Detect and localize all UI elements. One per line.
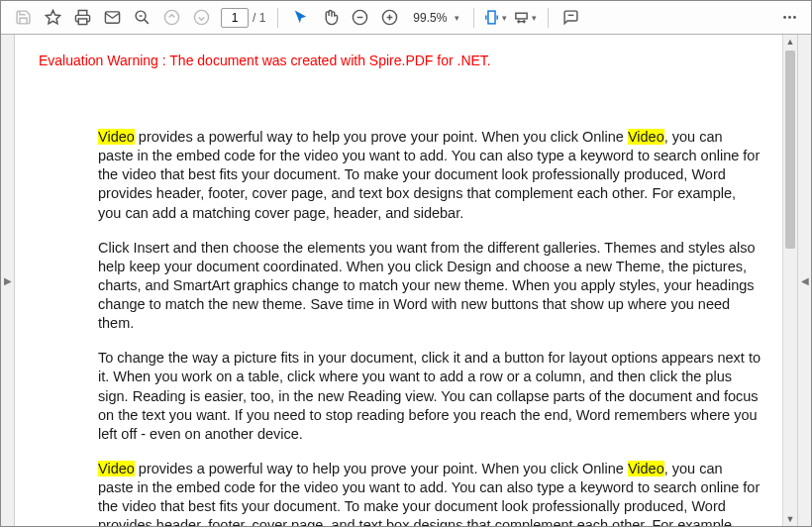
evaluation-warning: Evaluation Warning : The document was cr…: [39, 53, 783, 68]
paragraph: Video provides a powerful way to help yo…: [39, 128, 783, 223]
print-icon: [74, 9, 91, 26]
document-page: Evaluation Warning : The document was cr…: [15, 35, 797, 526]
comment-icon: [562, 9, 579, 26]
page-control: / 1: [221, 8, 265, 28]
highlight: Video: [98, 461, 135, 476]
mail-icon: [104, 9, 121, 26]
paragraph: Click Insert and then choose the element…: [39, 239, 783, 334]
page-total: / 1: [253, 11, 265, 25]
paragraph: To change the way a picture fits in your…: [39, 349, 783, 444]
separator: [548, 8, 549, 28]
svg-point-19: [783, 16, 786, 19]
comment-button[interactable]: [557, 4, 584, 32]
left-panel-toggle[interactable]: ▶: [1, 35, 15, 526]
star-icon: [45, 9, 61, 26]
svg-marker-0: [46, 10, 59, 23]
chevron-down-icon: ▾: [500, 13, 509, 23]
chevron-left-icon: ◀: [801, 275, 809, 286]
next-page-button[interactable]: [187, 4, 215, 32]
prev-page-button[interactable]: [157, 4, 185, 32]
select-tool-button[interactable]: [286, 4, 314, 32]
zoom-in-button[interactable]: [375, 4, 403, 32]
highlight: Video: [628, 129, 664, 145]
svg-rect-1: [78, 19, 87, 25]
highlight: Video: [628, 461, 664, 476]
svg-point-21: [793, 16, 796, 19]
svg-line-5: [144, 20, 148, 24]
paragraph: Video provides a powerful way to help yo…: [39, 460, 783, 526]
scroll-thumb[interactable]: [785, 51, 795, 249]
main-area: ▶ Evaluation Warning : The document was …: [1, 35, 811, 526]
next-page-icon: [193, 9, 210, 26]
svg-rect-16: [516, 13, 527, 19]
more-button[interactable]: [775, 4, 803, 32]
right-panel-toggle[interactable]: ◀: [797, 35, 811, 526]
zoom-in-icon: [381, 9, 398, 26]
print-button[interactable]: [68, 4, 96, 32]
highlight: Video: [98, 129, 135, 145]
find-button[interactable]: [128, 4, 155, 32]
chevron-down-icon: ▾: [530, 13, 539, 23]
zoom-value: 99.5%: [409, 11, 451, 25]
document-viewer: Evaluation Warning : The document was cr…: [15, 35, 797, 526]
scroll-down-arrow[interactable]: ▼: [783, 512, 797, 526]
save-icon: [15, 9, 32, 26]
find-icon: [134, 9, 151, 26]
hand-icon: [322, 9, 339, 26]
separator: [473, 8, 474, 28]
vertical-scrollbar[interactable]: ▲ ▼: [782, 35, 797, 526]
fit-page-icon: [483, 9, 500, 26]
separator: [277, 8, 278, 28]
mail-button[interactable]: [98, 4, 126, 32]
scroll-up-arrow[interactable]: ▲: [783, 35, 797, 49]
fit-width-icon: [513, 9, 530, 26]
page-input[interactable]: [221, 8, 249, 28]
zoom-out-button[interactable]: [346, 4, 373, 32]
chevron-down-icon: ▾: [453, 13, 461, 23]
svg-rect-13: [488, 11, 495, 24]
prev-page-icon: [163, 9, 180, 26]
hand-tool-button[interactable]: [316, 4, 344, 32]
star-button[interactable]: [39, 4, 66, 32]
svg-point-7: [194, 10, 208, 24]
svg-point-20: [788, 16, 791, 19]
chevron-right-icon: ▶: [4, 275, 12, 286]
fit-width-button[interactable]: ▾: [512, 4, 540, 32]
toolbar: / 1 99.5% ▾ ▾ ▾: [1, 1, 811, 35]
fit-page-button[interactable]: ▾: [482, 4, 510, 32]
svg-point-6: [164, 10, 178, 24]
more-icon: [781, 9, 798, 26]
save-button[interactable]: [9, 4, 37, 32]
zoom-out-icon: [352, 9, 368, 26]
zoom-control[interactable]: 99.5% ▾: [409, 11, 461, 25]
pointer-icon: [292, 9, 309, 26]
